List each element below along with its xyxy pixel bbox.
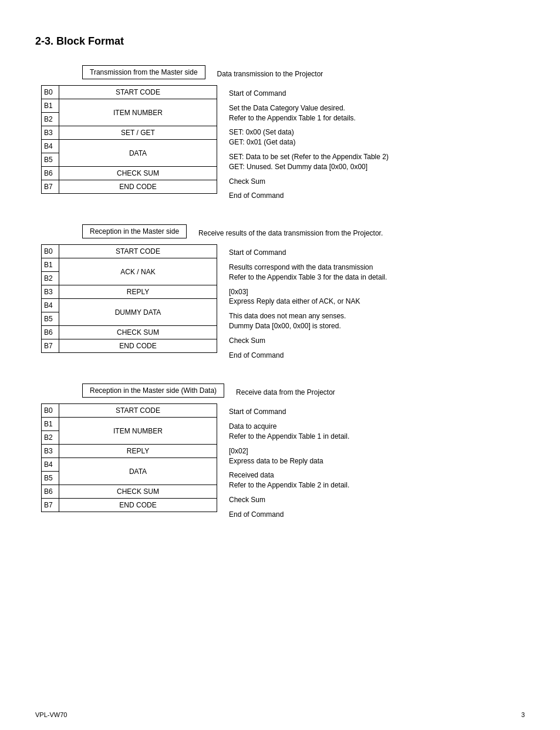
- cell-content-0-0: START CODE: [59, 86, 217, 99]
- desc-item-2-6: Check Sum: [229, 493, 349, 507]
- desc-item-1-6: Check Sum: [229, 334, 387, 348]
- row-label-1-7: B7: [42, 339, 59, 353]
- cell-content-2-6: CHECK SUM: [59, 485, 217, 499]
- page-title: 2-3. Block Format: [35, 35, 525, 48]
- section-desc-2: Receive data from the Projector: [236, 388, 335, 396]
- page-content: 2-3. Block Format Transmission from the …: [0, 0, 560, 590]
- table-row: B1ITEM NUMBER: [42, 99, 217, 113]
- desc-item-0-6: Check Sum: [229, 174, 389, 189]
- row-label-2-3: B3: [42, 445, 59, 458]
- desc-item-2-1: Data to acquireRefer to the Appendix Tab…: [229, 419, 349, 444]
- cell-content-2-7: END CODE: [59, 499, 217, 512]
- desc-item-0-1: Set the Data Category Value desired.Refe…: [229, 101, 389, 126]
- footer: VPL-VW70 3: [35, 711, 525, 718]
- cell-content-2-3: REPLY: [59, 445, 217, 458]
- desc-item-0-3: SET: 0x00 (Set data)GET: 0x01 (Get data): [229, 125, 389, 150]
- desc-item-2-7: End of Command: [229, 507, 349, 522]
- table-row: B6CHECK SUM: [42, 167, 217, 180]
- table-row: B0START CODE: [42, 86, 217, 99]
- row-label-2-2: B2: [42, 431, 59, 445]
- table-row: B4DATA: [42, 140, 217, 153]
- table-row: B6CHECK SUM: [42, 485, 217, 499]
- block-table-2: B0START CODEB1ITEM NUMBERB2B3REPLYB4DATA…: [41, 403, 217, 512]
- cell-content-0-6: CHECK SUM: [59, 167, 217, 180]
- table-row: B6CHECK SUM: [42, 326, 217, 339]
- desc-list-1: Start of CommandResults correspond with …: [229, 244, 387, 362]
- desc-item-1-3: [0x03]Express Reply data either of ACK, …: [229, 285, 387, 310]
- row-label-2-1: B1: [42, 418, 59, 431]
- desc-item-0-7: End of Command: [229, 189, 389, 203]
- section-header-row-2: Reception in the Master side (With Data)…: [35, 383, 525, 401]
- row-label-1-2: B2: [42, 272, 59, 285]
- cell-content-0-1: ITEM NUMBER: [59, 99, 217, 126]
- desc-item-2-3: [0x02]Express data to be Reply data: [229, 444, 349, 469]
- desc-list-0: Start of CommandSet the Data Category Va…: [229, 85, 389, 203]
- table-row: B3SET / GET: [42, 126, 217, 140]
- cell-content-1-4: DUMMY DATA: [59, 299, 217, 326]
- section-2: Reception in the Master side (With Data)…: [35, 383, 525, 522]
- table-area-2: B0START CODEB1ITEM NUMBERB2B3REPLYB4DATA…: [35, 403, 525, 522]
- cell-content-0-7: END CODE: [59, 180, 217, 194]
- row-label-0-5: B5: [42, 153, 59, 167]
- cell-content-1-6: CHECK SUM: [59, 326, 217, 339]
- desc-item-2-0: Start of Command: [229, 405, 349, 419]
- row-label-0-0: B0: [42, 86, 59, 99]
- table-area-1: B0START CODEB1ACK / NAKB2B3REPLYB4DUMMY …: [35, 244, 525, 362]
- footer-left: VPL-VW70: [35, 711, 67, 718]
- row-label-0-6: B6: [42, 167, 59, 180]
- row-label-2-0: B0: [42, 404, 59, 418]
- cell-content-0-3: SET / GET: [59, 126, 217, 140]
- desc-list-2: Start of CommandData to acquireRefer to …: [229, 403, 349, 522]
- row-label-0-1: B1: [42, 99, 59, 113]
- desc-item-0-4: SET: Data to be set (Refer to the Append…: [229, 150, 389, 174]
- cell-content-1-1: ACK / NAK: [59, 258, 217, 285]
- row-label-1-0: B0: [42, 245, 59, 258]
- table-row: B4DUMMY DATA: [42, 299, 217, 312]
- desc-item-1-7: End of Command: [229, 348, 387, 363]
- cell-content-2-1: ITEM NUMBER: [59, 418, 217, 445]
- table-row: B4DATA: [42, 458, 217, 472]
- row-label-1-4: B4: [42, 299, 59, 312]
- table-row: B3REPLY: [42, 445, 217, 458]
- table-row: B0START CODE: [42, 245, 217, 258]
- row-label-0-4: B4: [42, 140, 59, 153]
- table-area-0: B0START CODEB1ITEM NUMBERB2B3SET / GETB4…: [35, 85, 525, 203]
- table-row: B1ITEM NUMBER: [42, 418, 217, 431]
- table-row: B7END CODE: [42, 339, 217, 353]
- section-1: Reception in the Master sideReceive resu…: [35, 224, 525, 362]
- row-label-0-7: B7: [42, 180, 59, 194]
- table-row: B7END CODE: [42, 180, 217, 194]
- block-table-0: B0START CODEB1ITEM NUMBERB2B3SET / GETB4…: [41, 85, 217, 194]
- row-label-0-3: B3: [42, 126, 59, 140]
- row-label-2-4: B4: [42, 458, 59, 472]
- section-0: Transmission from the Master sideData tr…: [35, 65, 525, 203]
- cell-content-0-4: DATA: [59, 140, 217, 167]
- table-row: B1ACK / NAK: [42, 258, 217, 272]
- section-desc-1: Receive results of the data transmission…: [198, 229, 383, 237]
- cell-content-1-0: START CODE: [59, 245, 217, 258]
- row-label-2-6: B6: [42, 485, 59, 499]
- desc-item-0-0: Start of Command: [229, 86, 389, 101]
- table-row: B0START CODE: [42, 404, 217, 418]
- row-label-0-2: B2: [42, 113, 59, 126]
- sections-container: Transmission from the Master sideData tr…: [35, 65, 525, 522]
- cell-content-2-0: START CODE: [59, 404, 217, 418]
- desc-item-1-0: Start of Command: [229, 245, 387, 260]
- cell-content-1-7: END CODE: [59, 339, 217, 353]
- block-table-1: B0START CODEB1ACK / NAKB2B3REPLYB4DUMMY …: [41, 244, 217, 353]
- row-label-2-7: B7: [42, 499, 59, 512]
- table-row: B3REPLY: [42, 285, 217, 299]
- section-header-0: Transmission from the Master side: [82, 65, 205, 79]
- cell-content-1-3: REPLY: [59, 285, 217, 299]
- desc-item-1-4: This data does not mean any senses.Dummy…: [229, 309, 387, 334]
- cell-content-2-4: DATA: [59, 458, 217, 485]
- row-label-2-5: B5: [42, 472, 59, 485]
- row-label-1-5: B5: [42, 312, 59, 326]
- table-row: B7END CODE: [42, 499, 217, 512]
- section-header-row-0: Transmission from the Master sideData tr…: [35, 65, 525, 83]
- section-desc-0: Data transmission to the Projector: [217, 70, 323, 78]
- section-header-row-1: Reception in the Master sideReceive resu…: [35, 224, 525, 242]
- row-label-1-1: B1: [42, 258, 59, 272]
- row-label-1-6: B6: [42, 326, 59, 339]
- footer-right: 3: [521, 711, 525, 718]
